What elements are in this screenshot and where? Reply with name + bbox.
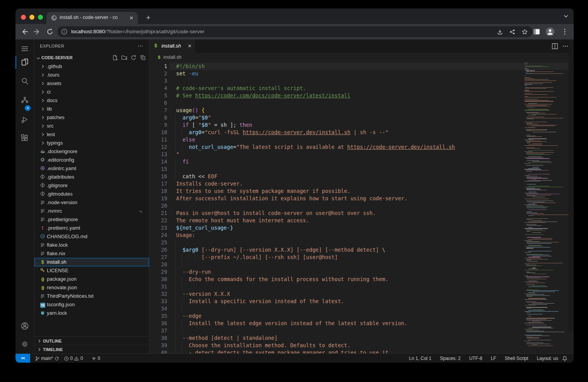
tree-folder-typings[interactable]: typings bbox=[34, 139, 149, 147]
tree-file-ThirdPartyNotices.txt[interactable]: ThirdPartyNotices.txt bbox=[34, 292, 149, 300]
browser-tab[interactable]: install.sh - code-server - co ✕ bbox=[46, 12, 138, 24]
code-line-30[interactable]: 30 Echo the commands for the install pro… bbox=[149, 276, 574, 283]
minimize-window-button[interactable] bbox=[29, 15, 34, 20]
tree-file-flake.nix[interactable]: flake.nix bbox=[34, 249, 149, 258]
tree-file-gitmodules[interactable]: .gitmodules bbox=[34, 190, 149, 198]
outline-section[interactable]: OUTLINE bbox=[34, 336, 149, 345]
tab-search-chevron-icon[interactable] bbox=[564, 14, 568, 19]
tree-folder-patches[interactable]: patches bbox=[34, 113, 149, 122]
code-line-28[interactable]: 28 bbox=[149, 261, 574, 268]
collapse-all-icon[interactable] bbox=[140, 55, 146, 61]
code-line-27[interactable]: 27 [--prefix ~/.local] [--rsh ssh] [user… bbox=[149, 254, 574, 261]
code-line-34[interactable]: 34 bbox=[149, 305, 574, 312]
refresh-icon[interactable] bbox=[130, 55, 137, 61]
code-line-18[interactable]: 18It tries to use the system package man… bbox=[149, 188, 574, 195]
code-line-10[interactable]: 10 arg0="curl -fsSL https://code-server.… bbox=[149, 129, 574, 136]
reload-button[interactable] bbox=[46, 27, 54, 36]
split-editor-icon[interactable] bbox=[552, 43, 558, 49]
code-line-32[interactable]: 32 --version X.X.X bbox=[149, 290, 574, 298]
code-line-31[interactable]: 31 bbox=[149, 283, 574, 290]
code-line-6[interactable]: 6 bbox=[149, 99, 574, 107]
side-panel-icon[interactable] bbox=[533, 28, 540, 36]
editor-scrollbar[interactable] bbox=[569, 39, 574, 331]
tree-file-prettierignore[interactable]: .prettierignore bbox=[34, 215, 149, 224]
address-bar[interactable]: localhost:8080/?folder=/home/jothiprasat… bbox=[57, 26, 533, 37]
tree-file-flake.lock[interactable]: flake.lock bbox=[34, 241, 149, 249]
tree-folder-ci[interactable]: ci bbox=[34, 88, 149, 96]
code-line-5[interactable]: 5# See https://coder.com/docs/code-serve… bbox=[149, 92, 574, 99]
problems-indicator[interactable]: 0 0 bbox=[64, 354, 83, 363]
tree-folder-github[interactable]: .github bbox=[34, 62, 149, 71]
code-line-12[interactable]: 12 not_curl_usage="The latest script is … bbox=[149, 143, 574, 151]
search-icon[interactable] bbox=[20, 77, 29, 86]
code-line-7[interactable]: 7usage() { bbox=[149, 107, 574, 114]
install-icon[interactable] bbox=[497, 29, 503, 35]
account-icon[interactable] bbox=[20, 321, 29, 331]
tree-file-dockerignore[interactable]: .dockerignore bbox=[34, 147, 149, 156]
run-debug-icon[interactable] bbox=[20, 115, 29, 124]
code-line-25[interactable]: 25 bbox=[149, 239, 574, 246]
section-header[interactable]: CODE-SERVER bbox=[34, 53, 149, 62]
editor-more-actions-icon[interactable] bbox=[562, 43, 569, 49]
code-line-11[interactable]: 11 else bbox=[149, 136, 574, 143]
code-line-1[interactable]: 1#!/bin/sh bbox=[149, 63, 574, 70]
code-line-33[interactable]: 33 Install a specific version instead of… bbox=[149, 298, 574, 305]
code-line-15[interactable]: 15 bbox=[149, 165, 574, 173]
status-encoding[interactable]: UTF-8 bbox=[469, 356, 482, 361]
tree-file-eslintrc.yaml[interactable]: .eslintrc.yaml bbox=[34, 164, 149, 173]
status-eol[interactable]: LF bbox=[491, 356, 496, 361]
status-keyboard-layout[interactable]: Layout: us bbox=[537, 356, 558, 361]
tab-close-button[interactable]: ✕ bbox=[128, 15, 135, 21]
code-line-24[interactable]: 24Usage: bbox=[149, 232, 574, 239]
tree-file-LICENSE[interactable]: LICENSE bbox=[34, 266, 149, 275]
tree-file-node-version[interactable]: .node-version bbox=[34, 198, 149, 207]
tree-folder-assets[interactable]: assets bbox=[34, 79, 149, 88]
code-line-4[interactable]: 4# code-server's automatic install scrip… bbox=[149, 85, 574, 92]
timeline-section[interactable]: TIMELINE bbox=[34, 345, 149, 354]
status-indentation[interactable]: Spaces: 2 bbox=[440, 356, 461, 361]
code-line-2[interactable]: 2set -eu bbox=[149, 70, 574, 77]
tree-file-prettierrc.yaml[interactable]: !.prettierrc.yaml bbox=[34, 224, 149, 232]
maximize-window-button[interactable] bbox=[38, 15, 43, 20]
tree-file-CHANGELOG.md[interactable]: CHANGELOG.md bbox=[34, 232, 149, 241]
tree-folder-docs[interactable]: docs bbox=[34, 96, 149, 105]
code-line-9[interactable]: 9 if [ "$0" = sh ]; then bbox=[149, 121, 574, 129]
browser-menu-icon[interactable] bbox=[561, 27, 568, 36]
tree-folder-src[interactable]: src bbox=[34, 122, 149, 130]
tree-file-nvmrc[interactable]: .nvmrc⤷ bbox=[34, 207, 149, 215]
code-line-29[interactable]: 29 --dry-run bbox=[149, 268, 574, 276]
sidebar-more-icon[interactable]: ⋯ bbox=[138, 43, 144, 49]
branch-indicator[interactable]: main* bbox=[35, 354, 59, 363]
tree-folder-lib[interactable]: lib bbox=[34, 105, 149, 113]
menu-icon[interactable] bbox=[20, 44, 29, 53]
minimap[interactable] bbox=[525, 61, 569, 353]
tree-file-gitattributes[interactable]: .gitattributes bbox=[34, 173, 149, 181]
code-line-35[interactable]: 35 --edge bbox=[149, 312, 574, 320]
close-editor-icon[interactable]: ✕ bbox=[187, 43, 193, 49]
extensions-icon[interactable] bbox=[20, 133, 29, 143]
code-line-36[interactable]: 36 Install the latest edge version inste… bbox=[149, 320, 574, 327]
explorer-icon[interactable] bbox=[20, 57, 29, 67]
code-line-39[interactable]: 39 Choose the installation method. Defau… bbox=[149, 342, 574, 349]
back-button[interactable] bbox=[20, 27, 29, 36]
site-info-icon[interactable] bbox=[61, 29, 67, 35]
profile-avatar[interactable] bbox=[546, 27, 554, 36]
notifications-bell-icon[interactable] bbox=[562, 356, 567, 361]
editor-tab-install-sh[interactable]: $ install.sh ✕ bbox=[149, 39, 195, 53]
new-tab-button[interactable]: + bbox=[143, 13, 153, 23]
code-line-17[interactable]: 17Installs code-server. bbox=[149, 180, 574, 188]
ports-indicator[interactable]: 0 bbox=[91, 354, 100, 363]
new-folder-icon[interactable] bbox=[121, 55, 127, 61]
tree-file-renovate.json[interactable]: { }renovate.json bbox=[34, 283, 149, 292]
code-line-26[interactable]: 26 $arg0 [--dry-run] [--version X.X.X] [… bbox=[149, 246, 574, 254]
status-cursor-position[interactable]: Ln 1, Col 1 bbox=[409, 356, 431, 361]
status-language-mode[interactable]: Shell Script bbox=[505, 356, 528, 361]
code-line-20[interactable]: 20 bbox=[149, 202, 574, 210]
forward-button[interactable] bbox=[33, 27, 41, 36]
code-line-14[interactable]: 14 fi bbox=[149, 158, 574, 165]
new-file-icon[interactable] bbox=[112, 55, 118, 61]
close-window-button[interactable] bbox=[21, 15, 26, 20]
code-line-3[interactable]: 3 bbox=[149, 77, 574, 85]
code-line-13[interactable]: 13" bbox=[149, 151, 574, 158]
tree-file-yarn.lock[interactable]: yarn.lock bbox=[34, 309, 149, 317]
